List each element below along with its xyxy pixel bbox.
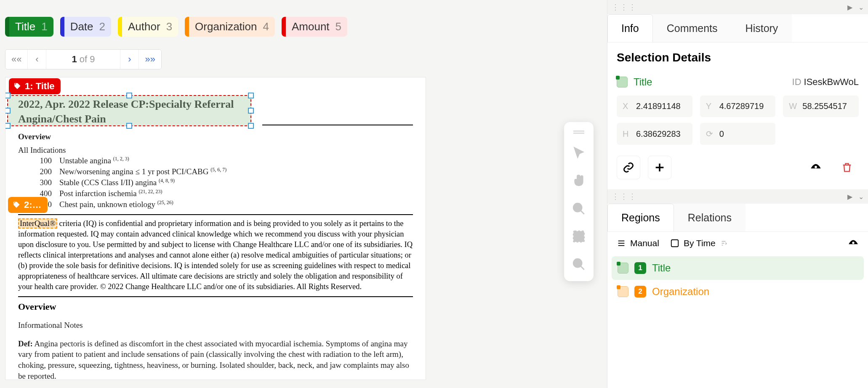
interqual-highlight[interactable]: InterQual® bbox=[18, 218, 57, 229]
resize-handle[interactable] bbox=[126, 93, 132, 98]
panel-header: ⋮⋮⋮ ▶ ⌄ bbox=[607, 189, 868, 204]
tab-info[interactable]: Info bbox=[607, 14, 653, 42]
coord-grid: X2.41891148 Y4.67289719 W58.2554517 H6.3… bbox=[617, 96, 859, 145]
vertical-toolbar bbox=[564, 122, 594, 281]
visibility-button[interactable] bbox=[804, 156, 828, 179]
eye-icon bbox=[848, 238, 859, 249]
drag-handle-icon[interactable]: ⋮⋮⋮ bbox=[612, 192, 637, 201]
fit-tool[interactable] bbox=[570, 228, 587, 245]
region-tag-2[interactable]: 2:… bbox=[8, 197, 48, 213]
swatch-icon bbox=[617, 77, 628, 88]
definition: Def: Angina pectoris is defined as disco… bbox=[18, 338, 413, 380]
indication-row: 300Stable (CCS Class I/II) angina (4, 8,… bbox=[18, 177, 413, 188]
resize-handle[interactable] bbox=[248, 108, 254, 114]
selection-details: Selection Details Title IDISeskBwWoL X2.… bbox=[607, 43, 868, 189]
play-icon[interactable]: ▶ bbox=[847, 3, 852, 11]
document-canvas[interactable]: 1: Title 2022, Apr. 2022 Release CP:Spec… bbox=[5, 77, 426, 380]
region-index: 1 bbox=[634, 262, 646, 274]
delete-button[interactable] bbox=[835, 156, 859, 179]
divider bbox=[18, 214, 413, 215]
coord-w: W58.2554517 bbox=[783, 96, 859, 117]
region-item-title[interactable]: 1 Title bbox=[612, 256, 864, 280]
main-area: Title 1 Date 2 Author 3 Organization 4 A… bbox=[0, 0, 607, 388]
pager-next[interactable]: › bbox=[120, 50, 139, 69]
zoom-in-tool[interactable] bbox=[570, 200, 587, 217]
collapse-icon[interactable]: ⌄ bbox=[858, 3, 864, 11]
clock-icon bbox=[670, 239, 679, 248]
details-tabs: Info Comments History bbox=[607, 14, 868, 43]
heading-overview-2: Overview bbox=[18, 301, 413, 312]
pill-hotkey: 4 bbox=[263, 20, 269, 33]
resize-handle[interactable] bbox=[248, 123, 254, 129]
resize-handle[interactable] bbox=[5, 108, 11, 114]
region-label: Title bbox=[652, 262, 671, 274]
pointer-tool[interactable] bbox=[570, 145, 587, 162]
pan-tool[interactable] bbox=[570, 173, 587, 189]
label-pill-organization[interactable]: Organization 4 bbox=[185, 17, 275, 37]
pill-hotkey: 2 bbox=[99, 20, 105, 33]
add-button[interactable] bbox=[648, 156, 671, 179]
pill-label: Date bbox=[70, 20, 93, 33]
pill-label: Title bbox=[15, 20, 35, 33]
link-button[interactable] bbox=[617, 156, 640, 179]
sort-manual[interactable]: Manual bbox=[617, 238, 659, 248]
zoom-out-tool[interactable] bbox=[570, 256, 587, 273]
region-tag-1[interactable]: 1: Title bbox=[9, 78, 61, 94]
label-pill-amount[interactable]: Amount 5 bbox=[282, 17, 347, 37]
side-panel: ⋮⋮⋮ ▶ ⌄ Info Comments History Selection … bbox=[607, 0, 868, 388]
drag-handle-icon[interactable]: ⋮⋮⋮ bbox=[612, 3, 637, 12]
pager-last[interactable]: »» bbox=[139, 50, 161, 69]
page-total: of 9 bbox=[80, 54, 95, 65]
resize-handle[interactable] bbox=[248, 93, 254, 98]
drag-handle-icon[interactable] bbox=[573, 130, 584, 134]
svg-line-1 bbox=[580, 210, 584, 214]
list-icon bbox=[617, 239, 626, 248]
pill-hotkey: 5 bbox=[335, 20, 341, 33]
selection-summary: Title IDISeskBwWoL bbox=[617, 74, 859, 96]
coord-h: H6.38629283 bbox=[617, 123, 692, 145]
label-pill-date[interactable]: Date 2 bbox=[60, 17, 111, 37]
indication-row: 100Unstable angina (1, 2, 3) bbox=[18, 155, 413, 166]
tab-comments[interactable]: Comments bbox=[653, 14, 732, 42]
svg-point-5 bbox=[578, 235, 580, 238]
svg-line-7 bbox=[580, 266, 584, 270]
region-tag-text: 2:… bbox=[24, 199, 42, 210]
pill-label: Amount bbox=[292, 20, 330, 33]
selection-label-chip[interactable]: Title bbox=[617, 76, 652, 88]
svg-point-16 bbox=[852, 242, 854, 244]
indication-row: 200New/worsening angina ≤ 1 yr post PCI/… bbox=[18, 166, 413, 177]
indication-row: 500Chest pain, unknown etiology (25, 26) bbox=[18, 199, 413, 210]
page-display: 1 of 9 bbox=[46, 50, 120, 69]
coord-x: X2.41891148 bbox=[617, 96, 692, 117]
tab-regions[interactable]: Regions bbox=[607, 204, 674, 231]
label-pills: Title 1 Date 2 Author 3 Organization 4 A… bbox=[5, 5, 602, 37]
heading-overview: Overview bbox=[18, 131, 413, 142]
region-label: Organization bbox=[652, 286, 709, 298]
selection-id: IDISeskBwWoL bbox=[792, 77, 859, 88]
regions-panel: ⋮⋮⋮ ▶ ⌄ Regions Relations Manual By Time bbox=[607, 189, 868, 388]
region-item-organization[interactable]: 2 Organization bbox=[612, 280, 864, 303]
regions-tabs: Regions Relations bbox=[607, 204, 868, 232]
selection-box-title[interactable] bbox=[7, 95, 251, 126]
play-icon[interactable]: ▶ bbox=[847, 193, 852, 201]
divider bbox=[18, 296, 413, 297]
sort-by-time[interactable]: By Time bbox=[670, 238, 727, 248]
selection-details-title: Selection Details bbox=[617, 51, 859, 64]
resize-handle[interactable] bbox=[126, 123, 132, 129]
resize-handle[interactable] bbox=[5, 123, 11, 129]
pill-label: Author bbox=[128, 20, 160, 33]
pager-first[interactable]: «« bbox=[5, 50, 28, 69]
pill-hotkey: 3 bbox=[166, 20, 172, 33]
svg-point-11 bbox=[815, 166, 817, 168]
divider bbox=[262, 125, 413, 125]
panel-header: ⋮⋮⋮ ▶ ⌄ bbox=[607, 0, 868, 14]
region-index: 2 bbox=[634, 286, 646, 298]
tab-relations[interactable]: Relations bbox=[674, 204, 746, 231]
pager-prev[interactable]: ‹ bbox=[28, 50, 46, 69]
label-pill-author[interactable]: Author 3 bbox=[118, 17, 178, 37]
collapse-icon[interactable]: ⌄ bbox=[858, 193, 864, 201]
visibility-toggle[interactable] bbox=[848, 238, 859, 249]
tab-history[interactable]: History bbox=[732, 14, 792, 42]
label-pill-title[interactable]: Title 1 bbox=[5, 17, 53, 37]
resize-handle[interactable] bbox=[5, 93, 11, 98]
